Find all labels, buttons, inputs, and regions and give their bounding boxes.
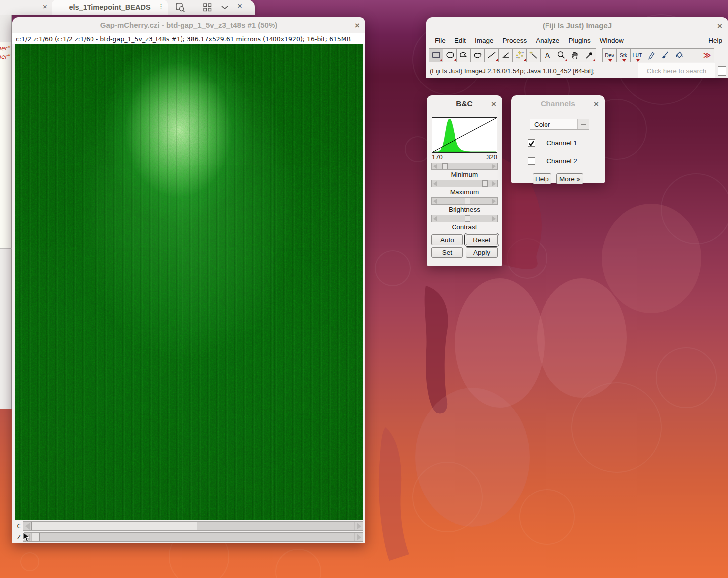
dropdown-arrow-icon[interactable] xyxy=(577,119,589,129)
scroll-left-arrow[interactable] xyxy=(23,522,32,530)
maximum-slider-thumb[interactable] xyxy=(482,180,488,187)
stk-tool-button[interactable]: Stk xyxy=(616,48,631,62)
chevron-down-icon[interactable] xyxy=(221,5,229,10)
close-icon[interactable]: × xyxy=(237,1,242,11)
imagej-status-bar: (Fiji Is Just) ImageJ 2.16.0/1.54p; Java… xyxy=(426,63,728,78)
image-canvas[interactable] xyxy=(15,44,363,520)
polygon-tool-button[interactable] xyxy=(456,48,471,62)
slider-right-arrow[interactable] xyxy=(491,163,497,169)
maximum-slider[interactable] xyxy=(431,180,498,187)
scroll-right-arrow[interactable] xyxy=(354,533,363,541)
slider-right-arrow[interactable] xyxy=(491,215,497,222)
display-mode-dropdown[interactable]: Color xyxy=(530,119,589,130)
pencil-tool-button[interactable] xyxy=(644,48,658,62)
slider-left-arrow[interactable] xyxy=(432,180,438,187)
bc-titlebar[interactable]: B&C × xyxy=(427,95,502,112)
spare-tool-button[interactable] xyxy=(686,48,700,62)
contrast-slider[interactable] xyxy=(431,215,498,222)
stk-label: Stk xyxy=(620,52,627,58)
slider-right-arrow[interactable] xyxy=(491,180,497,187)
help-button[interactable]: Help xyxy=(533,173,551,184)
brightness-label: Brightness xyxy=(427,206,502,213)
minimum-slider[interactable] xyxy=(431,163,498,170)
rectangle-tool-button[interactable] xyxy=(429,48,443,62)
point-tool-button[interactable] xyxy=(512,48,527,62)
lut-label: LUT xyxy=(633,52,642,58)
close-icon[interactable]: × xyxy=(594,100,599,108)
close-icon[interactable]: × xyxy=(355,21,360,29)
hand-tool-button[interactable] xyxy=(568,48,582,62)
slider-left-arrow[interactable] xyxy=(432,163,438,169)
channel2-label: Channel 2 xyxy=(511,156,605,166)
auto-button[interactable]: Auto xyxy=(431,234,463,245)
menu-process[interactable]: Process xyxy=(498,37,532,44)
slider-left-arrow[interactable] xyxy=(432,198,438,204)
angle-icon xyxy=(500,50,511,60)
files-active-tab[interactable]: els_1Timepoint_BEADS ⋮ xyxy=(52,0,168,15)
menu-image[interactable]: Image xyxy=(470,37,498,44)
menu-analyze[interactable]: Analyze xyxy=(531,37,564,44)
editor-toolbar-sliver xyxy=(0,15,11,42)
imagej-titlebar[interactable]: (Fiji Is Just) ImageJ × xyxy=(426,17,728,34)
text-icon: A xyxy=(542,50,553,60)
z-scrollbar-thumb[interactable] xyxy=(32,533,40,541)
channel1-checkbox[interactable] xyxy=(528,139,535,147)
close-icon[interactable]: × xyxy=(491,100,496,108)
text-tool-button[interactable]: A xyxy=(540,48,554,62)
channel-row: Channel 1 xyxy=(511,138,605,148)
histogram-min-value: 170 xyxy=(432,153,443,161)
freehand-tool-button[interactable] xyxy=(470,48,485,62)
lut-tool-button[interactable]: LUT xyxy=(630,48,644,62)
color-picker-tool-button[interactable] xyxy=(582,48,596,62)
contrast-label: Contrast xyxy=(427,223,502,231)
contrast-slider-thumb[interactable] xyxy=(465,215,470,222)
channel-scrollbar[interactable] xyxy=(23,521,363,531)
channel1-label: Channel 1 xyxy=(511,138,605,148)
close-icon[interactable]: × xyxy=(43,2,47,11)
zoom-tool-button[interactable] xyxy=(554,48,568,62)
kebab-menu-icon[interactable]: ⋮ xyxy=(158,3,164,10)
more-tools-button[interactable]: ≫ xyxy=(700,48,714,62)
channel-scrollbar-thumb[interactable] xyxy=(31,522,197,530)
slider-left-arrow[interactable] xyxy=(432,215,438,222)
editor-window-partial: her" her" xyxy=(0,15,12,248)
code-fragment: her" xyxy=(0,53,10,60)
angle-tool-button[interactable] xyxy=(498,48,513,62)
paintbrush-tool-button[interactable] xyxy=(658,48,672,62)
minimum-label: Minimum xyxy=(427,171,502,178)
image-info-bar: c:1/2 z:1/60 (c:1/2 z:1/60 - btd-gap_1_5… xyxy=(12,33,365,44)
slider-right-arrow[interactable] xyxy=(491,198,497,204)
grid-view-icon[interactable] xyxy=(203,3,212,12)
channels-titlebar[interactable]: Channels × xyxy=(511,95,605,112)
hand-icon xyxy=(570,50,581,60)
polygon-icon xyxy=(458,50,469,60)
more-button[interactable]: More » xyxy=(556,173,583,184)
search-icon[interactable] xyxy=(175,2,185,13)
wand-tool-button[interactable] xyxy=(526,48,541,62)
close-icon[interactable]: × xyxy=(717,21,722,30)
channel2-checkbox[interactable] xyxy=(528,157,535,165)
minimum-slider-thumb[interactable] xyxy=(442,163,448,169)
reset-button[interactable]: Reset xyxy=(466,234,498,245)
channels-dialog: Channels × Color Channel 1 Channel 2 Hel… xyxy=(511,95,605,183)
wand-icon xyxy=(528,50,539,60)
dev-tool-button[interactable]: Dev xyxy=(602,48,617,62)
apply-button[interactable]: Apply xyxy=(466,247,498,258)
brightness-slider-thumb[interactable] xyxy=(465,198,470,204)
oval-tool-button[interactable] xyxy=(443,48,457,62)
search-input[interactable]: Click here to search xyxy=(638,63,715,78)
menu-window[interactable]: Window xyxy=(595,37,628,44)
image-window-titlebar[interactable]: Gap-mCherry.czi - btd-gap_1_5v_z3_t48s #… xyxy=(12,17,365,33)
brightness-slider[interactable] xyxy=(431,197,498,205)
set-button[interactable]: Set xyxy=(431,247,463,258)
scroll-right-arrow[interactable] xyxy=(354,522,363,530)
menu-file[interactable]: File xyxy=(430,37,450,44)
search-box-stub[interactable] xyxy=(718,66,726,76)
flood-fill-tool-button[interactable] xyxy=(672,48,686,62)
menu-plugins[interactable]: Plugins xyxy=(564,37,595,44)
line-tool-button[interactable] xyxy=(484,48,499,62)
mouse-cursor xyxy=(23,532,31,542)
menu-edit[interactable]: Edit xyxy=(450,37,470,44)
z-scrollbar[interactable] xyxy=(23,532,363,542)
menu-help[interactable]: Help xyxy=(704,37,724,44)
